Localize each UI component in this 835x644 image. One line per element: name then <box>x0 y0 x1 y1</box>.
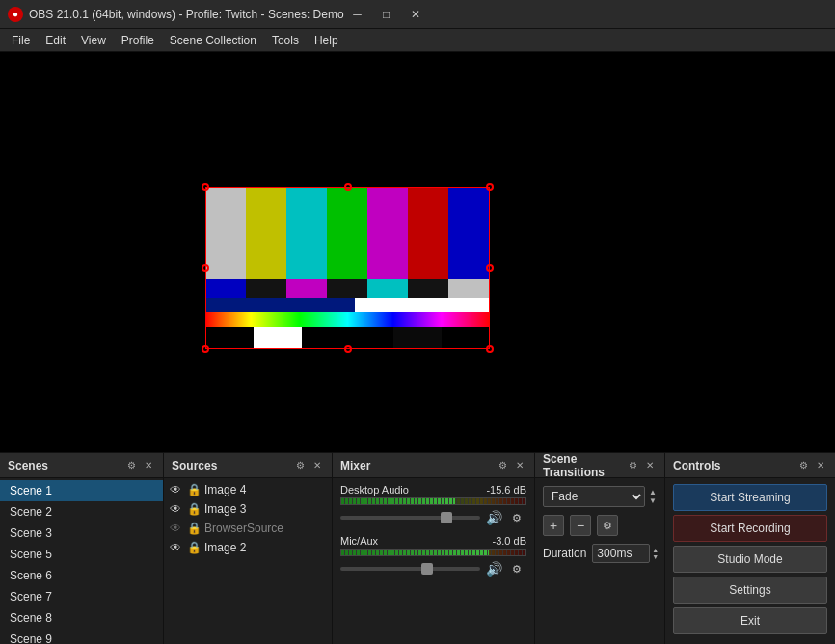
menu-view[interactable]: View <box>73 32 114 49</box>
transition-dropdown[interactable]: Fade Cut Swipe Slide Stinger Luma Wipe <box>543 486 645 507</box>
maximize-button[interactable]: □ <box>373 4 400 25</box>
source-visible-icon[interactable]: 👁 <box>170 541 183 554</box>
source-visible-icon[interactable]: 👁 <box>170 483 183 496</box>
close-button[interactable]: ✕ <box>402 4 429 25</box>
scene-item[interactable]: Scene 9 <box>0 629 163 644</box>
source-item[interactable]: 👁 🔒 Image 3 <box>164 499 332 519</box>
studio-mode-button[interactable]: Studio Mode <box>673 546 827 573</box>
duration-row: Duration ▲ ▼ <box>535 538 664 569</box>
transitions-content: Fade Cut Swipe Slide Stinger Luma Wipe ▲… <box>535 478 664 644</box>
scenes-close-icon[interactable]: ✕ <box>142 459 155 472</box>
source-item[interactable]: 👁 🔒 Image 2 <box>164 538 332 557</box>
desktop-audio-settings-icon[interactable]: ⚙ <box>507 508 526 527</box>
scenes-config-icon[interactable]: ⚙ <box>124 459 138 472</box>
source-item[interactable]: 👁 🔒 Image 4 <box>164 480 332 499</box>
start-streaming-button[interactable]: Start Streaming <box>673 484 827 511</box>
desktop-audio-fader[interactable] <box>340 516 480 520</box>
transition-add-button[interactable]: + <box>543 515 564 536</box>
preview-black-bottom <box>205 349 490 452</box>
settings-button[interactable]: Settings <box>673 577 827 604</box>
menu-bar: File Edit View Profile Scene Collection … <box>0 29 835 52</box>
mic-aux-fader-row: 🔊 ⚙ <box>340 559 526 578</box>
source-lock-icon[interactable]: 🔒 <box>187 522 201 535</box>
mixer-close-icon[interactable]: ✕ <box>513 459 526 472</box>
transition-btns-row: + − ⚙ <box>535 513 664 538</box>
mixer-panel: Mixer ⚙ ✕ Desktop Audio -15.6 dB <box>333 453 535 644</box>
menu-scene-collection[interactable]: Scene Collection <box>162 32 264 49</box>
transitions-panel-title: Scene Transitions <box>543 452 626 479</box>
handle-tl[interactable] <box>202 183 209 191</box>
menu-profile[interactable]: Profile <box>114 32 162 49</box>
transition-down-arrow[interactable]: ▼ <box>649 496 657 505</box>
transition-remove-button[interactable]: − <box>570 515 591 536</box>
svg-rect-7 <box>448 187 490 279</box>
minimize-button[interactable]: ─ <box>344 4 371 25</box>
mic-aux-settings-icon[interactable]: ⚙ <box>507 559 526 578</box>
transition-up-arrow[interactable]: ▲ <box>649 488 657 496</box>
svg-rect-11 <box>327 279 367 298</box>
mic-aux-fader[interactable] <box>340 567 480 571</box>
transitions-panel: Scene Transitions ⚙ ✕ Fade Cut Swipe Sli… <box>535 453 665 644</box>
scene-item[interactable]: Scene 7 <box>0 586 163 607</box>
sources-panel-title: Sources <box>172 459 217 472</box>
sources-config-icon[interactable]: ⚙ <box>293 459 307 472</box>
duration-down-arrow[interactable]: ▼ <box>652 553 659 560</box>
preview-black-left <box>0 52 205 452</box>
source-lock-icon[interactable]: 🔒 <box>187 502 201 516</box>
scene-item[interactable]: Scene 5 <box>0 544 163 565</box>
source-hidden-icon[interactable]: 👁 <box>170 522 183 535</box>
title-bar-controls: ─ □ ✕ <box>344 4 429 25</box>
sources-close-icon[interactable]: ✕ <box>310 459 324 472</box>
svg-rect-9 <box>246 279 286 298</box>
scene-item[interactable]: Scene 1 <box>0 480 163 501</box>
mixer-panel-title: Mixer <box>340 459 370 472</box>
mic-aux-fader-thumb[interactable] <box>421 563 433 575</box>
controls-config-icon[interactable]: ⚙ <box>796 459 810 472</box>
source-lock-icon[interactable]: 🔒 <box>187 541 201 554</box>
handle-br[interactable] <box>486 345 494 353</box>
svg-rect-21 <box>442 327 490 349</box>
handle-tr[interactable] <box>486 183 494 191</box>
handle-bc[interactable] <box>344 345 352 353</box>
source-visible-icon[interactable]: 👁 <box>170 502 183 516</box>
source-label: Image 2 <box>204 541 246 554</box>
source-lock-icon[interactable]: 🔒 <box>187 483 201 496</box>
handle-bl[interactable] <box>202 345 209 353</box>
start-recording-button[interactable]: Start Recording <box>673 515 827 542</box>
exit-button[interactable]: Exit <box>673 607 827 634</box>
desktop-audio-mute-icon[interactable]: 🔊 <box>484 508 503 527</box>
transitions-config-icon[interactable]: ⚙ <box>626 459 639 472</box>
menu-tools[interactable]: Tools <box>264 32 307 49</box>
svg-rect-17 <box>205 327 254 349</box>
menu-file[interactable]: File <box>4 32 38 49</box>
transitions-close-icon[interactable]: ✕ <box>643 459 657 472</box>
scene-item[interactable]: Scene 8 <box>0 607 163 629</box>
controls-content: Start Streaming Start Recording Studio M… <box>665 478 835 644</box>
desktop-audio-fader-row: 🔊 ⚙ <box>340 508 526 527</box>
svg-rect-14 <box>448 279 490 298</box>
preview-black-top <box>205 52 490 187</box>
source-item[interactable]: 👁 🔒 BrowserSource <box>164 519 332 538</box>
svg-rect-6 <box>408 187 448 279</box>
duration-up-arrow[interactable]: ▲ <box>652 547 659 553</box>
duration-input[interactable] <box>592 544 650 563</box>
scene-item[interactable]: Scene 3 <box>0 523 163 544</box>
scene-item[interactable]: Scene 6 <box>0 565 163 586</box>
transition-settings-button[interactable]: ⚙ <box>597 515 618 536</box>
desktop-audio-fader-thumb[interactable] <box>441 512 452 523</box>
svg-rect-10 <box>286 279 327 298</box>
controls-close-icon[interactable]: ✕ <box>814 459 827 472</box>
sources-panel-icons: ⚙ ✕ <box>293 459 324 472</box>
menu-help[interactable]: Help <box>307 32 346 49</box>
handle-mr[interactable] <box>486 264 494 272</box>
scene-item[interactable]: Scene 2 <box>0 501 163 523</box>
handle-ml[interactable] <box>202 264 209 272</box>
menu-edit[interactable]: Edit <box>38 32 73 49</box>
mixer-config-icon[interactable]: ⚙ <box>496 459 509 472</box>
desktop-audio-label: Desktop Audio <box>340 484 409 496</box>
handle-tc[interactable] <box>344 183 352 191</box>
color-bars <box>205 187 490 349</box>
controls-panel-header: Controls ⚙ ✕ <box>665 453 835 478</box>
scenes-panel-title: Scenes <box>8 459 48 472</box>
mic-aux-mute-icon[interactable]: 🔊 <box>484 559 503 578</box>
